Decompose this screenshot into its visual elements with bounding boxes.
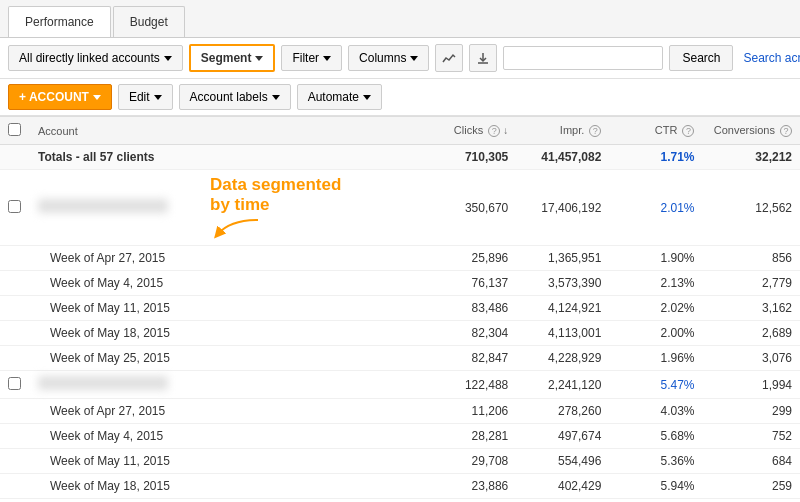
totals-label: Totals - all 57 clients bbox=[30, 145, 423, 170]
week-ctr: 1.90% bbox=[609, 246, 702, 271]
columns-label: Columns bbox=[359, 51, 406, 65]
header-conversions: Conversions ? bbox=[702, 117, 800, 145]
annotation-text2: by time bbox=[210, 195, 270, 215]
week-impr: 1,365,951 bbox=[516, 246, 609, 271]
table-header-row: Account Clicks ? ↓ Impr. ? CTR ? Convers… bbox=[0, 117, 800, 145]
segment-dropdown[interactable]: Segment bbox=[189, 44, 276, 72]
segment-label: Segment bbox=[201, 51, 252, 65]
add-account-button[interactable]: + ACCOUNT bbox=[8, 84, 112, 110]
automate-dropdown[interactable]: Automate bbox=[297, 84, 382, 110]
edit-label: Edit bbox=[129, 90, 150, 104]
account1-impr: 17,406,192 bbox=[516, 170, 609, 246]
add-account-caret bbox=[93, 95, 101, 100]
data-table: Account Clicks ? ↓ Impr. ? CTR ? Convers… bbox=[0, 116, 800, 502]
table-row: Week of May 11, 2015 83,486 4,124,921 2.… bbox=[0, 296, 800, 321]
download-icon bbox=[476, 51, 490, 65]
segment-caret bbox=[255, 56, 263, 61]
account2-checkbox[interactable] bbox=[8, 377, 21, 390]
search-across-link[interactable]: Search across accounts bbox=[743, 51, 800, 65]
conversions-help-icon[interactable]: ? bbox=[780, 125, 792, 137]
account1-cell: Data segmented by time bbox=[30, 170, 423, 246]
chart-icon bbox=[442, 51, 456, 65]
header-impr: Impr. ? bbox=[516, 117, 609, 145]
add-account-label: + ACCOUNT bbox=[19, 90, 89, 104]
clicks-help-icon[interactable]: ? bbox=[488, 125, 500, 137]
filter-dropdown[interactable]: Filter bbox=[281, 45, 342, 71]
table-row: Week of May 4, 2015 28,281 497,674 5.68%… bbox=[0, 424, 800, 449]
account1-clicks: 350,670 bbox=[423, 170, 516, 246]
header-clicks: Clicks ? ↓ bbox=[423, 117, 516, 145]
week-conversions: 856 bbox=[702, 246, 800, 271]
header-account-label: Account bbox=[38, 125, 78, 137]
table-row: Week of May 25, 2015 82,847 4,228,929 1.… bbox=[0, 346, 800, 371]
clicks-sort-arrow: ↓ bbox=[503, 125, 508, 136]
edit-caret bbox=[154, 95, 162, 100]
columns-dropdown[interactable]: Columns bbox=[348, 45, 429, 71]
impr-help-icon[interactable]: ? bbox=[589, 125, 601, 137]
table-row: Week of May 11, 2015 29,708 554,496 5.36… bbox=[0, 449, 800, 474]
header-ctr-label: CTR bbox=[655, 124, 678, 136]
filter-label: Filter bbox=[292, 51, 319, 65]
accounts-dropdown-label: All directly linked accounts bbox=[19, 51, 160, 65]
account2-cell bbox=[30, 371, 423, 399]
account1-name-blurred bbox=[38, 199, 168, 213]
table-row: 122,488 2,241,120 5.47% 1,994 bbox=[0, 371, 800, 399]
week-label: Week of May 4, 2015 bbox=[30, 271, 423, 296]
automate-caret bbox=[363, 95, 371, 100]
account-labels-dropdown[interactable]: Account labels bbox=[179, 84, 291, 110]
header-ctr: CTR ? bbox=[609, 117, 702, 145]
table-row: Week of Apr 27, 2015 25,896 1,365,951 1.… bbox=[0, 246, 800, 271]
header-impr-label: Impr. bbox=[560, 124, 584, 136]
icon-buttons bbox=[435, 44, 497, 72]
accounts-dropdown-caret bbox=[164, 56, 172, 61]
edit-dropdown[interactable]: Edit bbox=[118, 84, 173, 110]
table-row: Week of May 25, 2015 29,407 508,261 5.79… bbox=[0, 499, 800, 502]
toolbar-row1: All directly linked accounts Segment Fil… bbox=[0, 38, 800, 79]
account1-ctr: 2.01% bbox=[609, 170, 702, 246]
account1-conversions: 12,562 bbox=[702, 170, 800, 246]
totals-row: Totals - all 57 clients 710,305 41,457,0… bbox=[0, 145, 800, 170]
chart-icon-btn[interactable] bbox=[435, 44, 463, 72]
header-account: Account bbox=[30, 117, 423, 145]
week-label: Week of May 18, 2015 bbox=[30, 321, 423, 346]
account-labels-label: Account labels bbox=[190, 90, 268, 104]
week-label: Week of May 11, 2015 bbox=[30, 296, 423, 321]
table-row: Data segmented by time bbox=[0, 170, 800, 246]
header-checkbox-col bbox=[0, 117, 30, 145]
account-labels-caret bbox=[272, 95, 280, 100]
tab-bar: Performance Budget bbox=[0, 0, 800, 38]
week-label: Week of May 25, 2015 bbox=[30, 346, 423, 371]
download-icon-btn[interactable] bbox=[469, 44, 497, 72]
filter-caret bbox=[323, 56, 331, 61]
header-clicks-label: Clicks bbox=[454, 124, 483, 136]
totals-clicks: 710,305 bbox=[423, 145, 516, 170]
totals-conversions: 32,212 bbox=[702, 145, 800, 170]
accounts-dropdown[interactable]: All directly linked accounts bbox=[8, 45, 183, 71]
account2-name-blurred bbox=[38, 376, 168, 390]
search-button[interactable]: Search bbox=[669, 45, 733, 71]
header-conversions-label: Conversions bbox=[714, 124, 775, 136]
annotation-arrow bbox=[210, 216, 260, 240]
account1-checkbox-col bbox=[0, 170, 30, 246]
table-row: Week of May 4, 2015 76,137 3,573,390 2.1… bbox=[0, 271, 800, 296]
tab-performance[interactable]: Performance bbox=[8, 6, 111, 37]
week-clicks: 25,896 bbox=[423, 246, 516, 271]
select-all-checkbox[interactable] bbox=[8, 123, 21, 136]
table-row: Week of May 18, 2015 82,304 4,113,001 2.… bbox=[0, 321, 800, 346]
totals-impr: 41,457,082 bbox=[516, 145, 609, 170]
columns-caret bbox=[410, 56, 418, 61]
week-checkbox-col bbox=[0, 246, 30, 271]
week-label: Week of Apr 27, 2015 bbox=[30, 246, 423, 271]
tab-budget[interactable]: Budget bbox=[113, 6, 185, 37]
table-row: Week of Apr 27, 2015 11,206 278,260 4.03… bbox=[0, 399, 800, 424]
ctr-help-icon[interactable]: ? bbox=[682, 125, 694, 137]
totals-checkbox-col bbox=[0, 145, 30, 170]
toolbar-row2: + ACCOUNT Edit Account labels Automate bbox=[0, 79, 800, 116]
table-row: Week of May 18, 2015 23,886 402,429 5.94… bbox=[0, 474, 800, 499]
account1-checkbox[interactable] bbox=[8, 200, 21, 213]
totals-ctr: 1.71% bbox=[609, 145, 702, 170]
automate-label: Automate bbox=[308, 90, 359, 104]
search-input[interactable] bbox=[503, 46, 663, 70]
annotation-text: Data segmented bbox=[210, 175, 341, 195]
